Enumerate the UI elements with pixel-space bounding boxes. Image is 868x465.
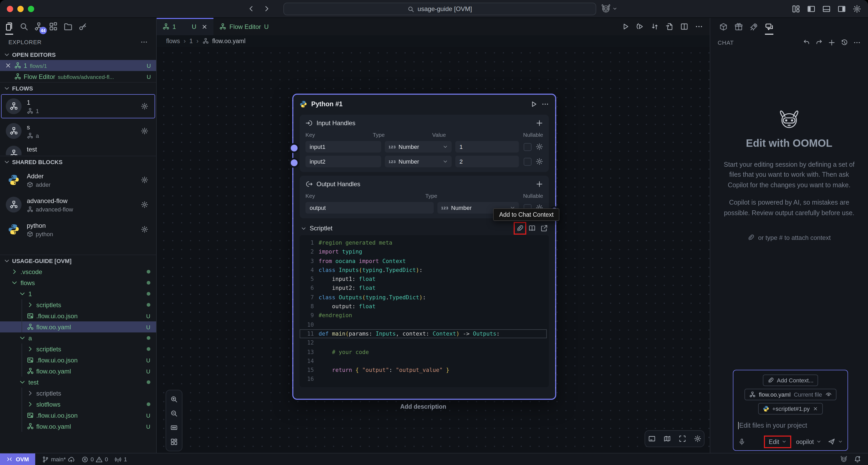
chevron-down-icon[interactable]	[301, 225, 307, 231]
send-icon[interactable]	[828, 438, 835, 445]
add-context-button[interactable]: Add Context...	[763, 375, 818, 386]
shared-block-card[interactable]: advanced-flow advanced-flow	[1, 193, 155, 217]
code-editor[interactable]: 1 #region generated meta 2 import typing…	[300, 235, 549, 387]
chat-text-input[interactable]: Edit files in your project	[738, 422, 843, 429]
mic-icon[interactable]	[738, 438, 745, 445]
tab-flow-1[interactable]: 1 U	[157, 18, 214, 35]
split-editor-icon[interactable]	[680, 23, 688, 30]
nullable-checkbox[interactable]	[524, 143, 531, 151]
shared-blocks-section-header[interactable]: SHARED BLOCKS	[0, 156, 156, 167]
tree-item[interactable]: a	[0, 332, 156, 344]
gear-icon[interactable]	[141, 127, 148, 135]
window-controls[interactable]	[0, 5, 34, 12]
oomol-mascot-icon[interactable]	[840, 456, 847, 463]
gear-icon[interactable]	[141, 226, 148, 233]
gear-icon[interactable]	[141, 176, 148, 183]
settings-gear-icon[interactable]	[853, 4, 861, 13]
command-center-search[interactable]: usage-guide [OVM]	[283, 3, 596, 15]
search-activity-icon[interactable]	[20, 22, 28, 31]
close-icon[interactable]	[202, 23, 208, 30]
mode-select[interactable]: Edit	[767, 438, 789, 445]
explorer-more-icon[interactable]	[141, 38, 148, 46]
open-editor-item[interactable]: 1 flows/1 U	[0, 60, 156, 71]
handle-value-field[interactable]: 2	[455, 156, 519, 167]
run-node-icon[interactable]	[530, 100, 537, 108]
flow-card[interactable]: test	[1, 144, 155, 156]
publish-cloud-icon[interactable]	[68, 456, 75, 463]
debug-run-icon[interactable]	[636, 23, 644, 30]
remote-indicator[interactable]: OVM	[0, 454, 35, 465]
tree-item[interactable]: test	[0, 377, 156, 388]
back-icon[interactable]	[247, 5, 255, 12]
undo-icon[interactable]	[803, 39, 810, 46]
tree-item[interactable]: scriptlets	[0, 344, 156, 354]
flows-section-header[interactable]: FLOWS	[0, 82, 156, 94]
close-window-button[interactable]	[7, 5, 13, 12]
input-port-2[interactable]	[289, 158, 299, 168]
problems-indicator[interactable]: 0 0	[82, 456, 108, 463]
handle-key-field[interactable]: output	[306, 202, 434, 213]
add-output-handle-icon[interactable]	[536, 180, 543, 188]
forward-icon[interactable]	[263, 5, 271, 12]
add-description-button[interactable]: Add description	[400, 403, 446, 410]
chevron-down-icon[interactable]	[838, 439, 843, 444]
add-input-handle-icon[interactable]	[536, 119, 543, 127]
zoom-out-icon[interactable]	[170, 410, 178, 417]
packages-icon[interactable]	[719, 22, 727, 31]
zoom-in-icon[interactable]	[170, 396, 178, 403]
chat-icon[interactable]	[765, 22, 773, 31]
new-chat-icon[interactable]	[828, 39, 835, 46]
more-actions-icon[interactable]	[853, 39, 861, 46]
handle-key-field[interactable]: input1	[306, 141, 381, 152]
workspace-section-header[interactable]: USAGE-GUIDE [OVM]	[0, 255, 156, 266]
tree-item[interactable]: .flow.ui.oo.json U	[0, 354, 156, 366]
fit-view-icon[interactable]	[170, 424, 178, 431]
maximize-window-button[interactable]	[28, 5, 34, 12]
toggle-panel-icon[interactable]	[822, 4, 831, 13]
flow-card[interactable]: s a	[1, 119, 155, 143]
handle-key-field[interactable]: input2	[306, 156, 381, 167]
fullscreen-icon[interactable]	[679, 435, 686, 442]
minimize-window-button[interactable]	[17, 5, 24, 12]
more-actions-icon[interactable]	[695, 23, 703, 30]
toggle-primary-sidebar-icon[interactable]	[807, 4, 815, 13]
tree-item[interactable]: .flow.ui.oo.json U	[0, 310, 156, 321]
toggle-secondary-sidebar-icon[interactable]	[838, 4, 846, 13]
explorer-activity-icon[interactable]	[5, 22, 14, 31]
notifications-bell-icon[interactable]	[854, 456, 861, 463]
customize-layout-icon[interactable]	[792, 4, 800, 13]
tree-item[interactable]: 1	[0, 288, 156, 299]
run-icon[interactable]	[621, 23, 629, 30]
gear-icon[interactable]	[141, 201, 148, 208]
handle-type-select[interactable]: 123 Number	[385, 141, 452, 152]
tree-item[interactable]: flow.oo.yaml U	[0, 421, 156, 432]
rewards-icon[interactable]	[735, 22, 743, 31]
handle-value-field[interactable]: 1	[455, 141, 519, 152]
ports-indicator[interactable]: 1	[115, 456, 127, 463]
node-more-icon[interactable]	[541, 100, 549, 108]
oomol-menu[interactable]	[601, 0, 617, 17]
gear-icon[interactable]	[141, 103, 148, 110]
tree-item[interactable]: .vscode	[0, 266, 156, 277]
tree-item[interactable]: slotflows	[0, 399, 156, 410]
auto-layout-icon[interactable]	[170, 438, 178, 445]
docs-icon[interactable]	[528, 225, 536, 232]
shared-block-card[interactable]: Adder adder	[1, 168, 155, 192]
context-scriptlet-pill[interactable]: +scriptlet#1.py	[758, 403, 823, 414]
gear-icon[interactable]	[536, 143, 543, 150]
publish-icon[interactable]	[750, 22, 758, 31]
tree-item[interactable]: flow.oo.yaml U	[0, 321, 156, 332]
git-branch-indicator[interactable]: main*	[42, 456, 75, 463]
minimap-icon[interactable]	[663, 435, 671, 442]
handle-type-select[interactable]: 123 Number	[385, 156, 452, 167]
add-to-chat-context-icon[interactable]	[516, 225, 524, 232]
flows-activity-icon[interactable]: 44	[34, 22, 43, 31]
tree-item[interactable]: flow.oo.yaml U	[0, 366, 156, 377]
remove-context-icon[interactable]	[813, 406, 818, 411]
open-editor-item[interactable]: Flow Editor subflows/advanced-fl... U	[0, 71, 156, 82]
tree-item[interactable]: scriptlets	[0, 299, 156, 310]
tree-item[interactable]: flows	[0, 277, 156, 288]
folder-activity-icon[interactable]	[64, 22, 72, 31]
go-to-file-icon[interactable]	[665, 23, 674, 30]
tab-flow-editor[interactable]: Flow Editor U	[214, 18, 274, 35]
